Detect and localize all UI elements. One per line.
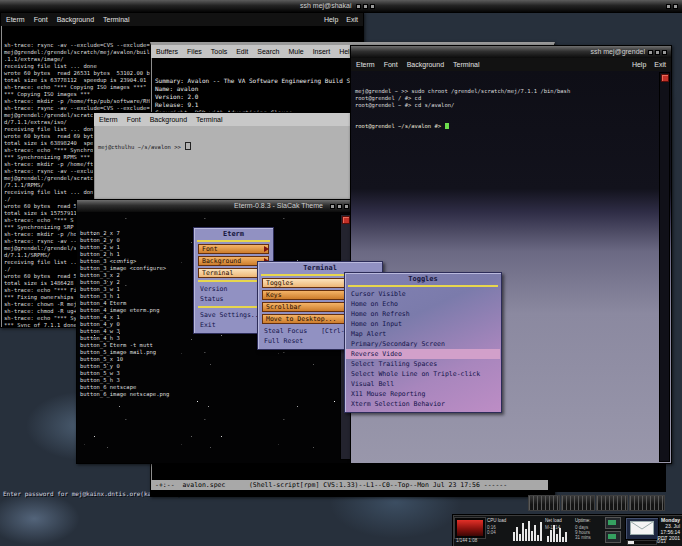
emacs-modeline: -+:-- avalon.spec (Shell-script[rpm] CVS… bbox=[151, 480, 554, 490]
menubar-item[interactable]: Files bbox=[187, 48, 202, 55]
cpu-load-graph bbox=[513, 519, 542, 541]
menu-item-label: Map Alert bbox=[351, 330, 386, 338]
menu-item[interactable]: Home on Input bbox=[346, 319, 500, 329]
epplet-bar: 1/144 1:08 CPU load 0:16 0:04 Net load M… bbox=[452, 514, 682, 546]
right-term-prompt-line: root@grendel ~/s/avalon #> bbox=[355, 123, 667, 130]
graph-bar bbox=[556, 534, 558, 542]
text-cursor bbox=[185, 142, 191, 150]
window-eterm-gray[interactable]: EtermFontBackgroundTerminal mej@cthulhu … bbox=[93, 112, 360, 202]
graph-bar bbox=[525, 529, 527, 541]
graph-epplet bbox=[528, 495, 560, 511]
terminal-line: button_5_w 3 bbox=[80, 370, 350, 377]
graph-epplet bbox=[596, 495, 628, 511]
uptime-mins: 31 mins bbox=[575, 535, 591, 540]
menubar-item[interactable]: Background bbox=[150, 116, 187, 123]
menu-item-label: Save Settings... bbox=[200, 311, 263, 319]
menubar-item[interactable]: Terminal bbox=[196, 116, 222, 123]
right-term-menubar[interactable]: EtermFontBackgroundTerminal HelpExit bbox=[351, 58, 671, 71]
menubar-item[interactable]: Eterm bbox=[6, 16, 25, 23]
menubar-item[interactable]: Background bbox=[57, 16, 94, 23]
menu-item-label: Status bbox=[200, 295, 223, 303]
menu-item[interactable]: Visual Bell bbox=[346, 379, 500, 389]
menu-item[interactable]: X11 Mouse Reporting bbox=[346, 389, 500, 399]
menubar-item[interactable]: Background bbox=[407, 61, 444, 68]
menu-item[interactable]: Select Whole Line on Triple-click bbox=[346, 369, 500, 379]
menubar-item[interactable]: Terminal bbox=[103, 16, 129, 23]
menubar-item[interactable]: Font bbox=[384, 61, 398, 68]
menu-item-label: Home on Refresh bbox=[351, 310, 410, 318]
menubar-item[interactable]: Mule bbox=[288, 48, 303, 55]
menubar-item[interactable]: Exit bbox=[346, 16, 358, 23]
menubar-item[interactable]: Search bbox=[257, 48, 279, 55]
graph-bar bbox=[553, 525, 555, 542]
dark-term-window-buttons[interactable] bbox=[330, 204, 349, 209]
graph-bar bbox=[537, 535, 539, 541]
graph-bar bbox=[513, 532, 515, 541]
left-term-menubar[interactable]: EtermFontBackgroundTerminal HelpExit bbox=[1, 13, 363, 26]
menu-item[interactable]: Xterm Selection Behavior bbox=[346, 399, 500, 409]
left-term-menu-items: EtermFontBackgroundTerminal bbox=[6, 16, 139, 23]
gray-term-menubar[interactable]: EtermFontBackgroundTerminal bbox=[94, 113, 359, 126]
menubar-item[interactable]: Exit bbox=[654, 61, 666, 68]
left-window-title: ssh mej@shakai bbox=[300, 2, 351, 9]
terminal-line: button_5_x 10 bbox=[80, 356, 350, 363]
menu-item[interactable]: Cursor Visible bbox=[346, 289, 500, 299]
menubar-item[interactable]: Edit bbox=[236, 48, 248, 55]
dark-term-titlebar[interactable]: Eterm-0.8.3 - SlaCak Theme bbox=[77, 200, 353, 212]
menu-item-label: Home on Echo bbox=[351, 300, 398, 308]
menu-item-label: Reverse Video bbox=[351, 350, 402, 358]
menu-item-label: Keys bbox=[266, 291, 282, 299]
scrollbar-up-button[interactable] bbox=[661, 74, 669, 82]
iconbox-icon[interactable] bbox=[666, 4, 678, 9]
menu-item-label: Toggles bbox=[266, 279, 293, 287]
menu-item-label: Background bbox=[202, 257, 241, 265]
submenu-arrow-icon bbox=[264, 246, 269, 252]
menubar-item[interactable]: Help bbox=[324, 16, 338, 23]
scrollbar-up-button[interactable] bbox=[342, 216, 350, 224]
right-term-scrollbar[interactable] bbox=[659, 72, 670, 462]
menu-item[interactable]: Primary/Secondary Screen bbox=[346, 339, 500, 349]
menubar-item[interactable]: Eterm bbox=[99, 116, 118, 123]
terminal-line: button_5_image mail.png bbox=[80, 349, 350, 356]
terminal-line: button_5_y 0 bbox=[80, 363, 350, 370]
right-term-title: ssh mej@grendel bbox=[590, 48, 645, 55]
emacs-minibuffer[interactable] bbox=[151, 490, 554, 496]
menubar-item[interactable]: Font bbox=[127, 116, 141, 123]
menu-item-label: Xterm Selection Behavior bbox=[351, 400, 445, 408]
gray-term-menu-items: EtermFontBackgroundTerminal bbox=[99, 116, 232, 123]
left-window-buttons[interactable] bbox=[356, 4, 375, 9]
menu-item-label: Visual Bell bbox=[351, 380, 394, 388]
led-epplet[interactable] bbox=[455, 518, 485, 538]
menubar-item[interactable]: Eterm bbox=[356, 61, 375, 68]
graph-bar bbox=[550, 530, 552, 542]
menu-item[interactable]: Font bbox=[198, 244, 269, 254]
screen-epplet[interactable] bbox=[605, 517, 621, 545]
menubar-item[interactable]: Font bbox=[34, 16, 48, 23]
menubar-item[interactable]: Buffers bbox=[156, 48, 178, 55]
graph-bar bbox=[528, 521, 530, 541]
right-term-titlebar[interactable]: ssh mej@grendel bbox=[351, 46, 671, 58]
menu-item[interactable]: Reverse Video bbox=[346, 349, 500, 359]
graph-bar bbox=[531, 531, 533, 541]
menu-item[interactable]: Map Alert bbox=[346, 329, 500, 339]
menu-item[interactable]: Select Trailing Spaces bbox=[346, 359, 500, 369]
menu-title: Eterm bbox=[197, 229, 270, 242]
gray-term-content[interactable]: mej@cthulhu ~/s/avalon >> bbox=[94, 126, 359, 201]
menubar-item[interactable]: Insert bbox=[313, 48, 331, 55]
menu-item-label: Select Whole Line on Triple-click bbox=[351, 370, 480, 378]
menu-item-label: Scrollbar bbox=[266, 303, 301, 311]
menu-item[interactable]: Home on Refresh bbox=[346, 309, 500, 319]
terminal-line: button_6_image netscape.png bbox=[80, 391, 350, 398]
menu-item-label: Cursor Visible bbox=[351, 290, 406, 298]
menu-item[interactable]: Home on Echo bbox=[346, 299, 500, 309]
dark-term-title: Eterm-0.8.3 - SlaCak Theme bbox=[234, 202, 323, 209]
right-term-window-buttons[interactable] bbox=[648, 50, 667, 55]
clock-zone: PDT 2001 bbox=[646, 535, 680, 541]
menubar-item[interactable]: Help bbox=[632, 61, 646, 68]
menu-item-label: Font bbox=[202, 245, 218, 253]
menubar-item[interactable]: Tools bbox=[211, 48, 227, 55]
right-term-menu-right: HelpExit bbox=[624, 58, 666, 71]
menubar-item[interactable]: Terminal bbox=[453, 61, 479, 68]
terminal-line: mej@grendel ~ >> sudo chroot /grendel/sc… bbox=[355, 88, 667, 95]
net-load-graph bbox=[547, 531, 567, 542]
